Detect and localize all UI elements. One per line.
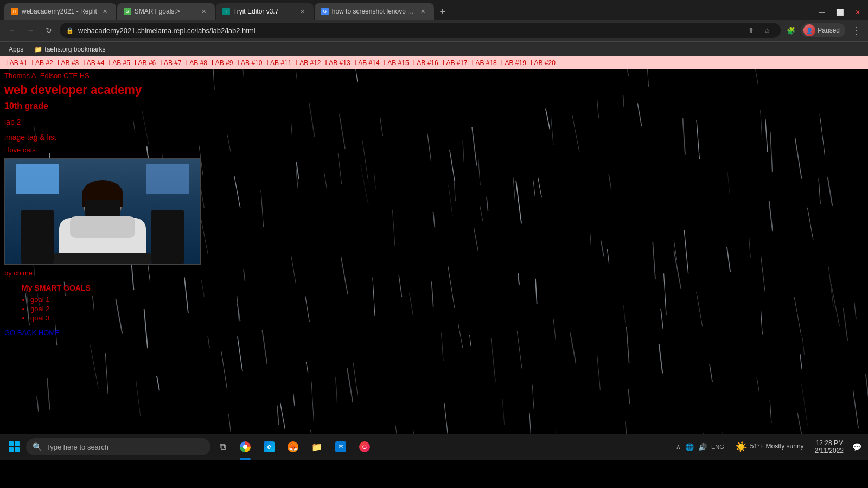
grade-text: 10th grade bbox=[4, 101, 864, 111]
extensions-button[interactable]: 🧩 bbox=[784, 23, 798, 37]
tab-2[interactable]: S SMART goals:> ✕ bbox=[117, 3, 215, 20]
profile-button[interactable]: 👤 Paused bbox=[801, 23, 845, 37]
back-icon: ← bbox=[8, 26, 16, 35]
lab-link-10[interactable]: LAB #10 bbox=[235, 59, 264, 67]
reload-button[interactable]: ↻ bbox=[41, 23, 56, 38]
taskbar-mail[interactable]: ✉ bbox=[330, 437, 352, 457]
taskbar-folder[interactable]: 📁 bbox=[306, 437, 328, 457]
lab-link-3[interactable]: LAB #3 bbox=[56, 59, 80, 67]
smart-goals-title: My SMART GOALS bbox=[22, 284, 864, 292]
goal-1: goal 1 bbox=[30, 296, 864, 304]
tab-bar: R webacademy2021 - Replit ✕ S SMART goal… bbox=[0, 0, 868, 20]
task-view-button[interactable]: ⧉ bbox=[213, 437, 232, 457]
tab-1-close[interactable]: ✕ bbox=[100, 7, 110, 16]
systray: ∧ 🌐 🔊 ENG bbox=[672, 443, 729, 451]
lab-link-9[interactable]: LAB #9 bbox=[210, 59, 234, 67]
lab-link-5[interactable]: LAB #5 bbox=[107, 59, 132, 67]
address-actions: ⇧ ☆ bbox=[744, 23, 774, 37]
lab-link-15[interactable]: LAB #15 bbox=[382, 59, 411, 67]
search-placeholder-text: Type here to search bbox=[46, 443, 108, 451]
lab-link-4[interactable]: LAB #4 bbox=[81, 59, 106, 67]
browser-chrome: R webacademy2021 - Replit ✕ S SMART goal… bbox=[0, 0, 868, 56]
lab-link-13[interactable]: LAB #13 bbox=[324, 59, 352, 67]
chrome-icon bbox=[240, 441, 251, 452]
back-button[interactable]: ← bbox=[4, 23, 20, 38]
firefox-icon: 🦊 bbox=[288, 441, 298, 452]
chair bbox=[54, 253, 151, 264]
maximize-button[interactable]: ⬜ bbox=[833, 8, 847, 17]
lab-link-20[interactable]: LAB #20 bbox=[529, 59, 557, 67]
bookmark-icon[interactable]: ☆ bbox=[760, 23, 774, 37]
bookmarks-apps[interactable]: Apps bbox=[4, 44, 28, 55]
edge-icon: e bbox=[264, 441, 275, 452]
taskbar-firefox[interactable]: 🦊 bbox=[282, 437, 304, 457]
taskbar-edge[interactable]: e bbox=[258, 437, 280, 457]
lab-link-19[interactable]: LAB #19 bbox=[500, 59, 528, 67]
folder-icon: 📁 bbox=[311, 441, 322, 452]
network-icon: 🌐 bbox=[685, 443, 694, 451]
win-sq-4 bbox=[15, 447, 20, 452]
reload-icon: ↻ bbox=[46, 26, 52, 35]
weather-text: 51°F Mostly sunny bbox=[750, 442, 804, 451]
share-icon[interactable]: ⇧ bbox=[744, 23, 758, 37]
lab-link-11[interactable]: LAB #11 bbox=[265, 59, 293, 67]
taehs-label: taehs.org bookmarks bbox=[44, 46, 105, 53]
browser-menu-button[interactable]: ⋮ bbox=[848, 23, 864, 38]
task-view-icon: ⧉ bbox=[220, 442, 226, 452]
person-silhouette bbox=[48, 177, 157, 264]
go-back-home-link[interactable]: GO BACK HOME bbox=[4, 329, 864, 337]
tab-2-close[interactable]: ✕ bbox=[199, 7, 208, 16]
goals-list: goal 1 goal 2 goal 3 bbox=[30, 296, 864, 322]
app6-icon: G bbox=[359, 441, 370, 452]
clock-area[interactable]: 12:28 PM 2/11/2022 bbox=[810, 439, 848, 454]
bookmarks-bar: Apps 📁 taehs.org bookmarks bbox=[0, 41, 868, 56]
win-sq-2 bbox=[15, 441, 20, 446]
lab-link-6[interactable]: LAB #6 bbox=[133, 59, 157, 67]
tab-4[interactable]: G how to screenshot lenovo - Goo... ✕ bbox=[315, 3, 434, 20]
speaker-icon[interactable]: 🔊 bbox=[698, 443, 707, 451]
photo-container bbox=[4, 158, 864, 265]
tab-3-close[interactable]: ✕ bbox=[298, 7, 307, 16]
windows-logo bbox=[9, 441, 20, 452]
taskbar-search[interactable]: 🔍 Type here to search bbox=[26, 438, 210, 455]
lab-link-7[interactable]: LAB #7 bbox=[158, 59, 183, 67]
lab-link-16[interactable]: LAB #16 bbox=[412, 59, 440, 67]
tab-1-title: webacademy2021 - Replit bbox=[22, 8, 97, 15]
weather-area[interactable]: ☀️ 51°F Mostly sunny bbox=[731, 441, 808, 453]
tab-1[interactable]: R webacademy2021 - Replit ✕ bbox=[4, 3, 116, 20]
taskbar-chrome[interactable] bbox=[234, 437, 256, 457]
mail-icon: ✉ bbox=[335, 441, 346, 452]
taskbar-app6[interactable]: G bbox=[354, 437, 375, 457]
address-bar[interactable]: 🔒 webacademy2021.chimelama.repl.co/labs/… bbox=[60, 23, 781, 38]
lab-label: lab 2 bbox=[4, 118, 864, 126]
tab-3[interactable]: T Tryit Editor v3.7 ✕ bbox=[216, 3, 314, 20]
systray-up-arrow[interactable]: ∧ bbox=[676, 443, 681, 451]
close-button[interactable]: ✕ bbox=[852, 8, 864, 17]
lab-link-1[interactable]: LAB #1 bbox=[4, 59, 29, 67]
tab-4-title: how to screenshot lenovo - Goo... bbox=[332, 8, 415, 15]
start-button[interactable] bbox=[4, 437, 24, 457]
page-body: Thomas A. Edison CTE HS web developer ac… bbox=[0, 69, 868, 348]
tab-3-title: Tryit Editor v3.7 bbox=[233, 8, 279, 15]
page-title: web developer academy bbox=[4, 83, 864, 97]
goal-2: goal 2 bbox=[30, 305, 864, 313]
lab-link-2[interactable]: LAB #2 bbox=[30, 59, 54, 67]
tab-4-close[interactable]: ✕ bbox=[418, 7, 427, 16]
forward-button[interactable]: → bbox=[23, 23, 38, 38]
tab-controls: — ⬜ ✕ bbox=[815, 8, 864, 20]
lab-link-12[interactable]: LAB #12 bbox=[294, 59, 322, 67]
page-content: LAB #1 LAB #2 LAB #3 LAB #4 LAB #5 LAB #… bbox=[0, 56, 868, 434]
chair-back-right bbox=[151, 210, 184, 264]
new-tab-button[interactable]: + bbox=[435, 4, 450, 20]
address-text: webacademy2021.chimelama.repl.co/labs/la… bbox=[78, 27, 739, 35]
bookmarks-taehs[interactable]: 📁 taehs.org bookmarks bbox=[30, 44, 110, 55]
notification-icon[interactable]: 💬 bbox=[850, 440, 864, 453]
minimize-button[interactable]: — bbox=[815, 8, 828, 17]
lab-link-14[interactable]: LAB #14 bbox=[353, 59, 381, 67]
profile-label: Paused bbox=[818, 27, 840, 34]
keyboard-icon: ENG bbox=[711, 444, 724, 450]
lab-link-8[interactable]: LAB #8 bbox=[184, 59, 209, 67]
lab-link-18[interactable]: LAB #18 bbox=[470, 59, 499, 67]
lock-icon: 🔒 bbox=[66, 27, 74, 34]
lab-link-17[interactable]: LAB #17 bbox=[441, 59, 469, 67]
